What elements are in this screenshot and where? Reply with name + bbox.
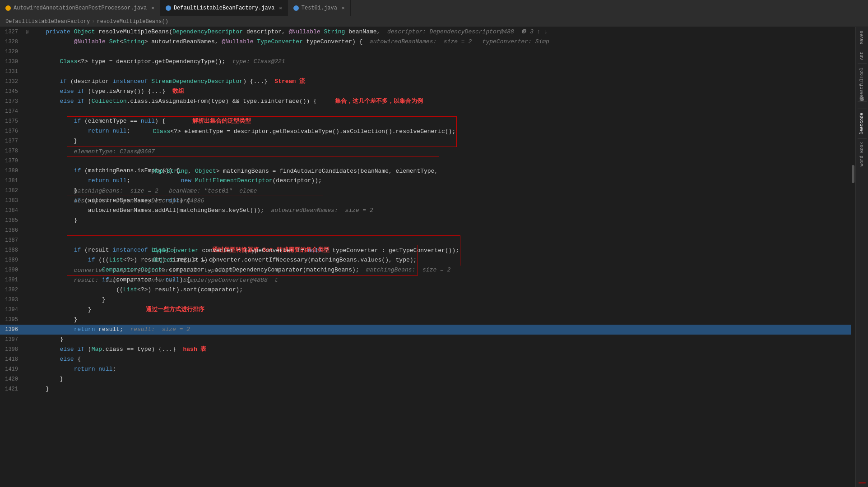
tab-label-autowired: AutowiredAnnotationBeanPostProcessor.jav… (14, 5, 147, 11)
code-line-1386: 1386 TypeConverter converter = (typeConv… (0, 225, 851, 235)
gutter-1385 (23, 216, 32, 225)
gutter-1329 (23, 47, 32, 57)
linenum-1385: 1385 (0, 216, 23, 225)
linenum-1328: 1328 (0, 37, 23, 47)
tab-close-test01[interactable]: ✕ (342, 5, 345, 11)
panel-divider4 (858, 109, 867, 109)
code-line-1328: 1328 @Nullable Set<String> autowiredBean… (0, 37, 851, 47)
linenum-1398: 1398 (0, 345, 23, 354)
linecode-1328: @Nullable Set<String> autowiredBeanNames… (32, 37, 851, 47)
linenum-1395: 1395 (0, 315, 23, 325)
breadcrumb-part2[interactable]: resolveMultipleBeans() (97, 18, 168, 25)
linecode-1329 (32, 47, 851, 57)
scrollbar-thumb[interactable] (852, 165, 854, 183)
gutter-1388 (23, 245, 32, 255)
linecode-1387: Object result = converter.convertIfNeces… (32, 235, 851, 245)
restfultool-tool[interactable]: RestfulTool (859, 66, 865, 99)
gutter-1376 (23, 126, 32, 136)
code-line-1396: 1396 return result; result: size = 2 (0, 325, 851, 335)
linenum-1375: 1375 (0, 116, 23, 126)
breadcrumb-part1[interactable]: DefaultListableBeanFactory (5, 18, 90, 25)
code-line-1374: 1374 Class<?> elementType = descriptor.g… (0, 106, 851, 116)
linecode-1330: Class<?> type = descriptor.getDependency… (32, 57, 851, 67)
right-panel: Maven Ant RestfulTool 装饰 leetcode Word B… (855, 27, 868, 487)
tab-icon-blue2 (293, 5, 299, 11)
code-main: 1327 @ private Object resolveMultipleBea… (0, 27, 851, 487)
gutter-1380 (23, 166, 32, 176)
linenum-1418: 1418 (0, 354, 23, 364)
tab-autowired[interactable]: AutowiredAnnotationBeanPostProcessor.jav… (0, 0, 160, 16)
gutter-1419 (23, 364, 32, 374)
linenum-1329: 1329 (0, 47, 23, 57)
ant-tool[interactable]: Ant (859, 50, 865, 62)
code-line-1394: 1394 }通过一些方式进行排序 (0, 305, 851, 315)
gutter-1373 (23, 96, 32, 106)
panel-divider3 (858, 101, 867, 101)
linecode-1397: } (32, 335, 851, 345)
linecode-1332: if (descriptor instanceof StreamDependen… (32, 77, 851, 87)
gutter-1345 (23, 87, 32, 96)
linenum-1386: 1386 (0, 225, 23, 235)
linecode-1420: } (32, 374, 851, 384)
gutter-1392 (23, 285, 32, 295)
tab-label-defaultlistable: DefaultListableBeanFactory.java (174, 5, 274, 11)
linenum-1390: 1390 (0, 265, 23, 275)
error-indicator (859, 482, 866, 483)
linenum-1380: 1380 (0, 166, 23, 176)
linecode-1396: return result; result: size = 2 (32, 325, 851, 335)
linenum-1382: 1382 (0, 186, 23, 196)
leetcode-tool[interactable]: leetcode (859, 111, 865, 136)
linenum-1396: 1396 (0, 325, 23, 335)
code-line-1395: 1395 } (0, 315, 851, 325)
linenum-1391: 1391 (0, 275, 23, 285)
gutter-1377 (23, 136, 32, 146)
code-line-1332: 1332 if (descriptor instanceof StreamDep… (0, 77, 851, 87)
gutter-1389 (23, 255, 32, 265)
linenum-1389: 1389 (0, 255, 23, 265)
linenum-1383: 1383 (0, 196, 23, 206)
linenum-1332: 1332 (0, 77, 23, 87)
maven-tool[interactable]: Maven (859, 29, 865, 46)
linenum-1392: 1392 (0, 285, 23, 295)
breadcrumb: DefaultListableBeanFactory › resolveMult… (0, 16, 868, 27)
tab-close-defaultlistable[interactable]: ✕ (279, 5, 282, 11)
breadcrumb-sep: › (92, 18, 95, 25)
linenum-1393: 1393 (0, 295, 23, 305)
vertical-scrollbar[interactable] (851, 27, 855, 487)
linenum-1421: 1421 (0, 384, 23, 394)
code-line-1378: 1378 Map<String, Object> matchingBeans =… (0, 146, 851, 156)
gutter-1379 (23, 156, 32, 166)
gutter-1390 (23, 265, 32, 275)
gutter-1378 (23, 146, 32, 156)
linenum-1377: 1377 (0, 136, 23, 146)
tab-close-autowired[interactable]: ✕ (151, 5, 154, 11)
gutter-1393 (23, 295, 32, 305)
tab-defaultlistable[interactable]: DefaultListableBeanFactory.java ✕ (160, 0, 288, 16)
linecode-1345: else if (type.isArray()) {...} 数组 (32, 87, 851, 96)
linenum-1397: 1397 (0, 335, 23, 345)
code-line-1419: 1419 return null; (0, 364, 851, 374)
linenum-1387: 1387 (0, 235, 23, 245)
linecode-1378: Map<String, Object> matchingBeans = find… (32, 146, 851, 156)
linenum-1327: 1327 (0, 27, 23, 37)
gutter-1374 (23, 106, 32, 116)
decorative-tool[interactable]: 装饰 (858, 103, 866, 107)
gutter-1327: @ (23, 27, 32, 37)
gutter-1375 (23, 116, 32, 126)
code-line-1392: 1392 ((List<?>) result).sort(comparator)… (0, 285, 851, 295)
gutter-1397 (23, 335, 32, 345)
code-line-1331: 1331 (0, 67, 851, 77)
tab-test01[interactable]: Test01.java ✕ (288, 0, 351, 16)
linenum-1379: 1379 (0, 156, 23, 166)
gutter-1384 (23, 206, 32, 216)
linenum-1381: 1381 (0, 176, 23, 186)
panel-divider5 (858, 138, 867, 138)
gutter-1420 (23, 374, 32, 384)
gutter-1387 (23, 235, 32, 245)
code-line-1373: 1373 else if (Collection.class.isAssigna… (0, 96, 851, 106)
wordbook-tool[interactable]: Word Book (859, 140, 865, 168)
code-line-1384: 1384 autowiredBeanNames.addAll(matchingB… (0, 206, 851, 216)
app-window: AutowiredAnnotationBeanPostProcessor.jav… (0, 0, 868, 487)
linenum-1376: 1376 (0, 126, 23, 136)
code-editor: 1327 @ private Object resolveMultipleBea… (0, 27, 868, 487)
